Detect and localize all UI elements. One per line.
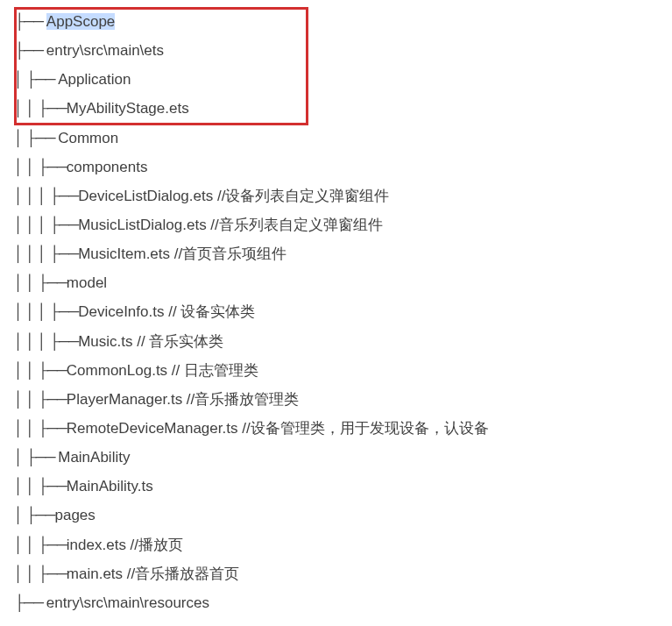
tree-node-text: MainAbility — [58, 449, 130, 466]
tree-line: ├── AppScope — [14, 7, 658, 36]
tree-line: │ │ │ ├──DeviceInfo.ts // 设备实体类 — [14, 297, 658, 326]
tree-connector: │ │ │ ├── — [14, 188, 78, 204]
tree-line: │ │ │ ├──Music.ts // 音乐实体类 — [14, 327, 658, 356]
tree-line: │ │ ├──RemoteDeviceManager.ts //设备管理类，用于… — [14, 414, 658, 443]
tree-connector: │ │ ├── — [14, 391, 67, 408]
tree-connector: │ │ ├── — [14, 159, 67, 175]
tree-node-text: MainAbility.ts — [67, 478, 153, 494]
tree-node-text: PlayerManager.ts //音乐播放管理类 — [67, 391, 299, 408]
tree-connector: │ ├── — [14, 130, 58, 146]
tree-lines: ├── AppScope├── entry\src\main\ets│ ├── … — [14, 7, 658, 617]
tree-node-text: index.ets //播放页 — [67, 537, 183, 553]
tree-connector: │ ├── — [14, 507, 54, 523]
tree-line: │ │ ├──model — [14, 268, 658, 297]
tree-line: │ │ ├──PlayerManager.ts //音乐播放管理类 — [14, 385, 658, 414]
tree-line: │ │ ├──components — [14, 153, 658, 181]
tree-line: │ │ │ ├──MusicItem.ets //首页音乐项组件 — [14, 239, 658, 268]
tree-node-text: Application — [58, 71, 131, 88]
tree-connector: ├── — [14, 42, 46, 59]
tree-line: │ │ │ ├──DeviceListDialog.ets //设备列表自定义弹… — [14, 181, 658, 210]
tree-connector: │ │ ├── — [14, 478, 67, 494]
tree-node-text: MusicItem.ets //首页音乐项组件 — [78, 245, 286, 262]
tree-connector: │ │ ├── — [14, 566, 67, 582]
tree-node-text: DeviceListDialog.ets //设备列表自定义弹窗组件 — [78, 188, 389, 204]
tree-node-text: MusicListDialog.ets //音乐列表自定义弹窗组件 — [78, 217, 383, 233]
tree-line: │ ├── Application — [14, 65, 658, 94]
tree-node-text: Music.ts // 音乐实体类 — [78, 333, 223, 350]
tree-node-text: MyAbilityStage.ets — [67, 100, 189, 117]
tree-connector: │ │ ├── — [14, 420, 67, 437]
tree-line: │ │ │ ├──MusicListDialog.ets //音乐列表自定义弹窗… — [14, 210, 658, 239]
tree-line: │ ├── Common — [14, 124, 658, 153]
tree-connector: │ ├── — [14, 449, 58, 466]
tree-line: │ │ ├──MyAbilityStage.ets — [14, 94, 658, 123]
tree-node-text: components — [67, 159, 148, 175]
tree-line: │ ├── MainAbility — [14, 443, 658, 472]
tree-connector: │ ├── — [14, 71, 58, 88]
tree-node-text: AppScope — [46, 13, 115, 30]
tree-connector: ├── — [14, 13, 46, 30]
tree-connector: │ │ ├── — [14, 537, 67, 553]
tree-connector: │ │ │ ├── — [14, 245, 78, 262]
tree-node-text: DeviceInfo.ts // 设备实体类 — [78, 303, 255, 320]
tree-connector: ├── — [14, 594, 46, 611]
tree-node-text: model — [67, 274, 107, 291]
tree-node-text: pages — [54, 507, 95, 523]
tree-node-text: entry\src\main\resources — [46, 594, 209, 611]
tree-node-text: Common — [58, 130, 118, 146]
tree-line: │ │ ├──main.ets //音乐播放器首页 — [14, 559, 658, 588]
tree-line: │ │ ├──CommonLog.ts // 日志管理类 — [14, 356, 658, 385]
tree-line: │ │ ├──index.ets //播放页 — [14, 530, 658, 559]
tree-connector: │ │ ├── — [14, 274, 67, 291]
tree-connector: │ │ │ ├── — [14, 217, 78, 233]
tree-connector: │ │ ├── — [14, 362, 67, 379]
tree-node-text: main.ets //音乐播放器首页 — [67, 566, 239, 582]
file-tree-container: ├── AppScope├── entry\src\main\ets│ ├── … — [14, 7, 658, 617]
tree-connector: │ │ ├── — [14, 100, 67, 117]
tree-connector: │ │ │ ├── — [14, 303, 78, 320]
tree-node-text: CommonLog.ts // 日志管理类 — [67, 362, 258, 379]
tree-line: │ ├──pages — [14, 501, 658, 530]
tree-line: │ │ ├──MainAbility.ts — [14, 472, 658, 501]
tree-node-text: RemoteDeviceManager.ts //设备管理类，用于发现设备，认设… — [67, 420, 489, 437]
tree-line: ├── entry\src\main\ets — [14, 36, 658, 65]
tree-line: ├── entry\src\main\resources — [14, 588, 658, 617]
tree-node-text: entry\src\main\ets — [46, 42, 164, 59]
tree-connector: │ │ │ ├── — [14, 333, 78, 350]
